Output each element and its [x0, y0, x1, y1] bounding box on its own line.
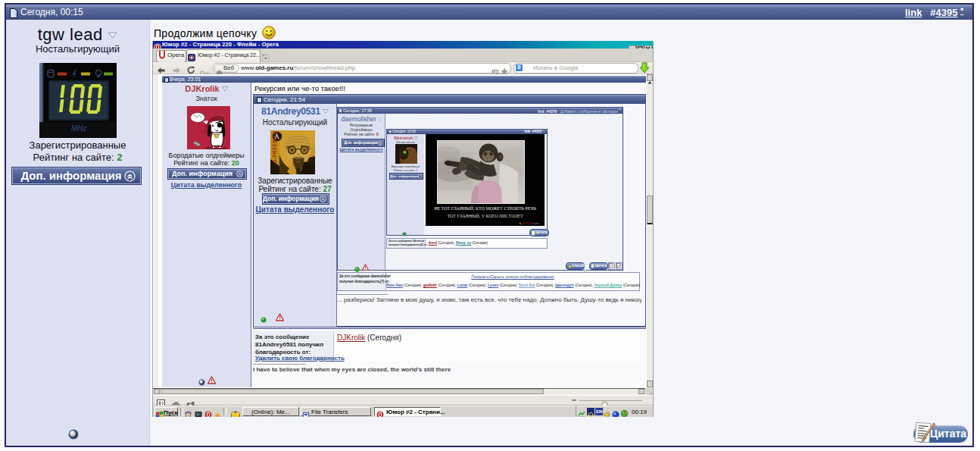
- svg-text:MHz: MHz: [71, 124, 87, 133]
